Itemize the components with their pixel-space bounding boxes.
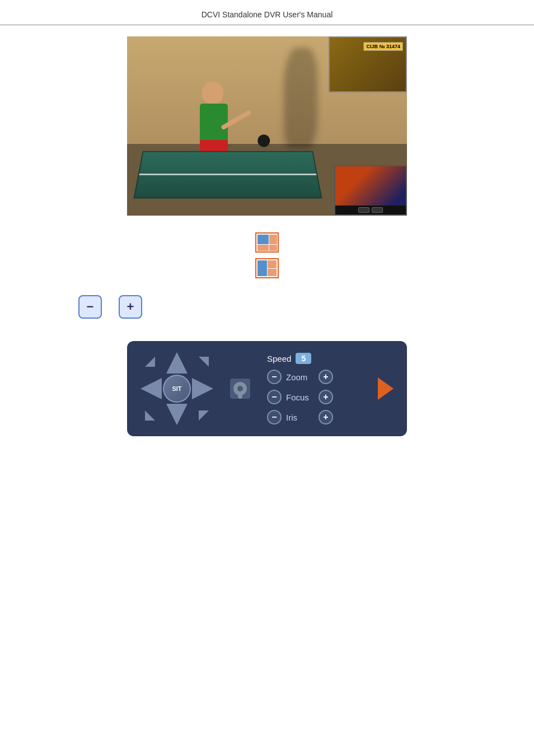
dpad-down-button[interactable] (166, 404, 188, 425)
focus-row: − Focus + (267, 390, 367, 404)
dpad-left-button[interactable] (140, 378, 162, 399)
layout-icon-dual[interactable] (255, 258, 279, 278)
player-body (200, 104, 228, 143)
dpad-container: SIT (140, 352, 213, 425)
dpad-upright-button[interactable] (199, 357, 209, 367)
ptz-zoom-minus-button[interactable]: − (267, 370, 282, 384)
ptz-focus-minus-button[interactable]: − (267, 390, 282, 404)
ptz-preset-icon[interactable] (230, 379, 250, 399)
layout-icons (255, 232, 279, 278)
dpad-downright-button[interactable] (199, 410, 209, 421)
speed-value: 5 (296, 353, 311, 364)
zoom-label: Zoom (286, 372, 314, 382)
ptz-iris-plus-icon: + (323, 413, 328, 422)
pip-image (334, 165, 407, 216)
speed-label: Speed (267, 354, 291, 363)
player-figure (194, 81, 239, 160)
dpad-center-label: SIT (172, 385, 181, 392)
ptz-panel: SIT Speed 5 − Zoom + (127, 341, 407, 436)
iris-row: − Iris + (267, 410, 367, 424)
inset-image-right: CIJB № 31474 (329, 36, 407, 92)
page-header: DCVI Standalone DVR User's Manual (0, 0, 534, 25)
page-title: DCVI Standalone DVR User's Manual (202, 10, 333, 19)
zoom-minus-icon: − (87, 300, 94, 314)
layout-icon-main-sub[interactable] (255, 232, 279, 253)
layout-cell-sub (269, 235, 277, 244)
ptz-zoom-plus-icon: + (323, 372, 328, 381)
ptz-focus-minus-icon: − (271, 393, 277, 402)
zoom-plus-button[interactable]: + (119, 295, 142, 319)
layout-cell-sub2 (257, 245, 269, 251)
zoom-plus-icon: + (127, 300, 134, 314)
zoom-minus-button[interactable]: − (78, 295, 102, 319)
player-head (202, 81, 223, 104)
inset-badge: CIJB № 31474 (363, 42, 403, 51)
preset-icon-inner (233, 382, 247, 395)
focus-label: Focus (286, 393, 314, 402)
ping-pong-table (133, 151, 322, 199)
ptz-iris-minus-icon: − (271, 413, 277, 422)
layout-cell-small2 (268, 269, 277, 277)
ptz-iris-minus-button[interactable]: − (267, 410, 282, 424)
layout-cell-small1 (268, 260, 277, 268)
ptz-focus-plus-icon: + (323, 393, 328, 402)
zoom-controls: − + (78, 295, 142, 319)
dpad-up-button[interactable] (166, 352, 188, 374)
layout-cell-main (257, 235, 269, 244)
layout-cell-large (257, 260, 267, 276)
ptz-iris-plus-button[interactable]: + (318, 410, 333, 424)
speed-row: Speed 5 (267, 353, 367, 364)
ptz-zoom-plus-button[interactable]: + (318, 370, 333, 384)
dpad-upleft-button[interactable] (145, 357, 155, 367)
layout-cell-sub3 (269, 245, 277, 251)
pip-btn-1 (358, 207, 369, 213)
ptz-nav-right-button[interactable] (378, 377, 394, 400)
wall-shadow (284, 48, 317, 148)
ptz-right-controls: Speed 5 − Zoom + − Focus + (267, 353, 367, 424)
pip-btn-2 (372, 207, 383, 213)
dpad-downleft-button[interactable] (145, 410, 155, 421)
ptz-zoom-minus-icon: − (271, 372, 277, 381)
ptz-focus-plus-button[interactable]: + (318, 390, 333, 404)
zoom-row: − Zoom + (267, 370, 367, 384)
iris-label: Iris (286, 413, 314, 422)
dpad-center-button[interactable]: SIT (163, 375, 191, 403)
main-content: CIJB № 31474 (0, 36, 534, 453)
pip-bottom-bar (335, 206, 406, 214)
camera-preview: CIJB № 31474 (127, 36, 407, 216)
dpad-right-button[interactable] (192, 378, 213, 399)
